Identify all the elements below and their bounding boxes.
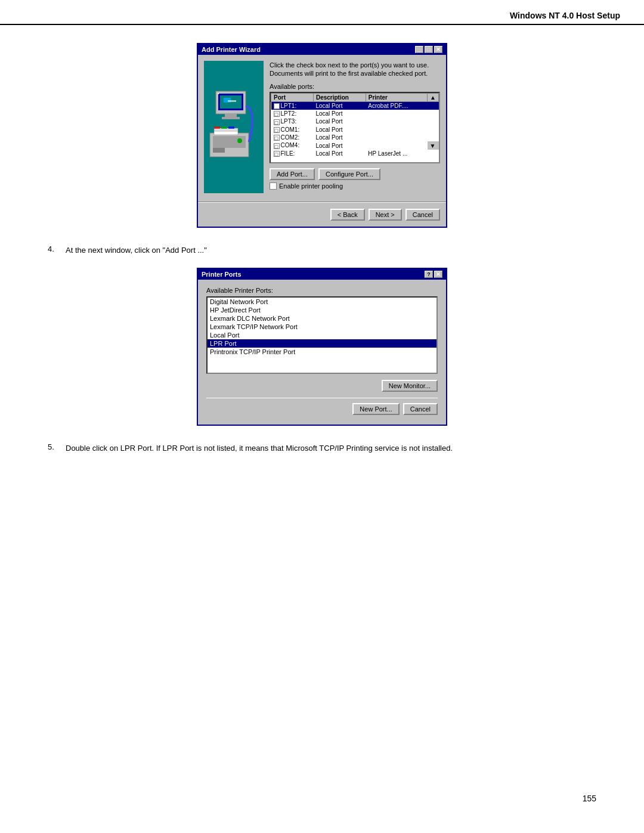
scroll-cell [428,117,439,125]
available-ports-label: Available Printer Ports: [206,287,438,294]
titlebar-buttons: _ □ ✕ [415,46,442,53]
printer-svg [207,88,261,166]
configure-port-button[interactable]: Configure Port... [318,168,380,180]
wizard-dialog-container: Add Printer Wizard _ □ ✕ [48,43,596,228]
port-checkbox[interactable]: □ [274,151,280,157]
col-printer: Printer [366,93,427,101]
port-checkbox[interactable]: □ [274,119,280,125]
pooling-label[interactable]: Enable printer pooling [270,182,440,190]
scroll-cell [428,126,439,134]
printer-cell: Acrobat PDF.... [366,101,427,110]
back-button[interactable]: < Back [330,209,365,221]
printer-ports-dialog-container: Printer Ports ? ✕ Available Printer Port… [48,268,596,426]
minimize-button[interactable]: _ [415,46,423,53]
svg-rect-12 [213,148,225,153]
list-item[interactable]: Local Port [208,331,436,339]
page-number: 155 [583,794,596,803]
step4-text: At the next window, click on "Add Port .… [66,244,207,256]
ports-table: Port Description Printer ▲ ✓LPT1: Local … [271,93,439,158]
table-row[interactable]: □FILE: Local Port HP LaserJet ... [271,150,439,157]
svg-rect-3 [225,114,237,117]
page-footer: 155 [583,794,596,803]
table-row[interactable]: ✓LPT1: Local Port Acrobat PDF.... [271,101,439,110]
step5-number: 5. [48,442,66,451]
close-button[interactable]: ✕ [434,271,442,278]
scroll-cell [428,150,439,157]
new-port-button[interactable]: New Port... [352,403,399,415]
col-scroll: ▲ [428,93,439,101]
table-row[interactable]: □COM4: Local Port ▼ [271,141,439,149]
wizard-body: Click the check box next to the port(s) … [198,55,446,199]
port-list-box: Digital Network Port HP JetDirect Port L… [206,296,438,374]
ports-dialog-separator [206,398,438,398]
port-cell: ✓LPT1: [271,101,314,110]
list-item[interactable]: Lexmark DLC Network Port [208,314,436,323]
wizard-instruction: Click the check box next to the port(s) … [270,61,440,78]
list-item[interactable]: Printronix TCP/IP Printer Port [208,348,436,356]
printer-cell [366,126,427,134]
maximize-button[interactable]: □ [425,46,433,53]
step4-container: 4. At the next window, click on "Add Por… [48,244,596,256]
svg-rect-16 [228,126,234,129]
next-button[interactable]: Next > [369,209,402,221]
printer-cell [366,141,427,149]
table-row[interactable]: □LPT2: Local Port [271,110,439,117]
help-button[interactable]: ? [425,271,433,278]
col-description: Description [313,93,366,101]
port-checkbox[interactable]: □ [274,127,280,133]
ports-table-container: Port Description Printer ▲ ✓LPT1: Local … [270,92,440,163]
port-cell: □LPT2: [271,110,314,117]
table-row[interactable]: □LPT3: Local Port [271,117,439,125]
cancel-button[interactable]: Cancel [403,403,438,415]
ports-dialog-body: Available Printer Ports: Digital Network… [198,280,446,425]
list-item[interactable]: Digital Network Port [208,298,436,306]
pooling-checkbox[interactable] [270,182,277,190]
port-checkbox[interactable]: □ [274,143,280,149]
ports-titlebar-buttons: ? ✕ [425,271,442,278]
close-button[interactable]: ✕ [434,46,442,53]
list-item[interactable]: Lexmark TCP/IP Network Port [208,323,436,331]
wizard-nav-buttons: < Back Next > Cancel [198,205,446,227]
available-ports-label: Available ports: [270,83,440,90]
scroll-cell [428,134,439,141]
ports-titlebar: Printer Ports ? ✕ [198,269,446,280]
printer-cell: HP LaserJet ... [366,150,427,157]
description-cell: Local Port [313,141,366,149]
description-cell: Local Port [313,126,366,134]
step5-text: Double click on LPR Port. If LPR Port is… [66,442,453,454]
svg-rect-2 [218,93,219,94]
step4-number: 4. [48,244,66,253]
cancel-button[interactable]: Cancel [405,209,440,221]
scroll-cell [428,110,439,117]
list-item[interactable]: HP JetDirect Port [208,306,436,314]
add-port-button[interactable]: Add Port... [270,168,315,180]
wizard-titlebar: Add Printer Wizard _ □ ✕ [198,44,446,55]
printer-cell [366,117,427,125]
port-checkbox[interactable]: ✓ [274,103,280,109]
printer-illustration [204,61,264,193]
ports-dialog-title: Printer Ports [202,271,242,278]
wizard-title: Add Printer Wizard [202,46,261,53]
printer-pooling-area: Enable printer pooling [270,182,440,190]
svg-rect-4 [222,117,240,119]
description-cell: Local Port [313,134,366,141]
port-cell: □COM2: [271,134,314,141]
table-row[interactable]: □COM2: Local Port [271,134,439,141]
description-cell: Local Port [313,117,366,125]
wizard-port-buttons: Add Port... Configure Port... [270,168,440,180]
list-item-lpr[interactable]: LPR Port [208,339,436,348]
port-checkbox[interactable]: □ [274,111,280,117]
page-content: Add Printer Wizard _ □ ✕ [0,25,644,490]
scroll-cell [428,101,439,110]
page-title: Windows NT 4.0 Host Setup [510,11,620,20]
scroll-thumb: ▼ [428,141,439,149]
port-cell: □COM1: [271,126,314,134]
pooling-text: Enable printer pooling [279,182,343,190]
wizard-right: Click the check box next to the port(s) … [270,61,440,193]
new-monitor-button[interactable]: New Monitor... [382,380,438,392]
add-printer-wizard-dialog: Add Printer Wizard _ □ ✕ [197,43,447,228]
table-row[interactable]: □COM1: Local Port [271,126,439,134]
port-checkbox[interactable]: □ [274,135,280,141]
port-cell: □LPT3: [271,117,314,125]
svg-rect-7 [228,100,236,102]
